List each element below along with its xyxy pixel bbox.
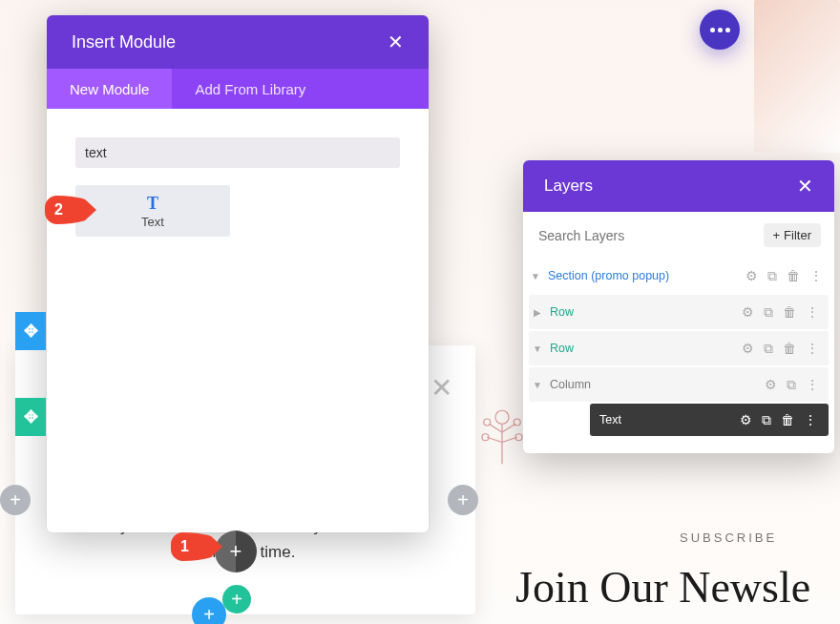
close-icon[interactable]: ✕ [388, 31, 404, 53]
layer-label[interactable]: Row [550, 342, 736, 355]
add-section-button[interactable]: + [192, 597, 226, 624]
close-icon[interactable]: ✕ [430, 372, 452, 404]
layer-row-row[interactable]: ▶ Row ⚙ ⧉ 🗑 ⋮ [529, 295, 829, 329]
section-drag-handle[interactable]: ✥ [15, 312, 46, 350]
layer-label[interactable]: Column [550, 378, 759, 391]
duplicate-icon[interactable]: ⧉ [764, 304, 773, 321]
layers-panel: Layers ✕ + Filter ▼ Section (promo popup… [523, 160, 834, 453]
layer-label[interactable]: Text [599, 413, 734, 426]
callout-number: 1 [180, 538, 189, 555]
duplicate-icon[interactable]: ⧉ [764, 341, 773, 357]
filter-label: Filter [784, 228, 811, 242]
layer-label[interactable]: Section (promo popup) [548, 269, 740, 282]
trash-icon[interactable]: 🗑 [783, 304, 796, 321]
collapse-icon[interactable]: ▼ [531, 380, 544, 390]
collapse-icon[interactable]: ▼ [531, 343, 544, 354]
row-drag-handle[interactable]: ✥ [15, 398, 46, 436]
collapse-icon[interactable]: ▼ [529, 271, 542, 281]
gear-icon[interactable]: ⚙ [740, 412, 752, 428]
dot-icon [718, 28, 723, 32]
add-section-button-left[interactable]: + [0, 485, 31, 515]
layers-title: Layers [544, 177, 593, 196]
insert-module-panel: Insert Module ✕ New Module Add From Libr… [47, 15, 429, 532]
add-module-split-button[interactable]: + [215, 530, 257, 572]
plus-icon: + [773, 228, 781, 242]
kebab-icon[interactable]: ⋮ [809, 268, 823, 284]
tab-new-module[interactable]: New Module [47, 69, 172, 109]
background-product-image [754, 0, 840, 153]
svg-point-2 [514, 419, 520, 426]
svg-point-0 [495, 410, 509, 424]
kebab-icon[interactable]: ⋮ [806, 304, 819, 321]
dot-icon [725, 28, 730, 32]
text-module-icon: T [147, 194, 158, 214]
module-search-input[interactable] [75, 137, 400, 168]
kebab-icon[interactable]: ⋮ [806, 341, 819, 357]
gear-icon[interactable]: ⚙ [742, 341, 754, 357]
add-row-button[interactable]: + [222, 585, 251, 614]
trash-icon[interactable]: 🗑 [783, 341, 796, 357]
trash-icon[interactable]: 🗑 [781, 412, 794, 428]
layer-row-section[interactable]: ▼ Section (promo popup) ⚙ ⧉ 🗑 ⋮ [529, 259, 829, 293]
layers-search-input[interactable] [536, 224, 756, 247]
svg-point-1 [484, 419, 491, 426]
layers-header: Layers ✕ [523, 160, 834, 212]
module-result-text[interactable]: T Text [75, 185, 230, 237]
tab-add-from-library[interactable]: Add From Library [172, 69, 328, 109]
subscribe-section: SUBSCRIBE Join Our Newsle [515, 530, 840, 613]
duplicate-icon[interactable]: ⧉ [767, 268, 777, 284]
layer-label[interactable]: Row [550, 305, 736, 319]
layers-filter-button[interactable]: + Filter [764, 223, 821, 247]
insert-module-tabs: New Module Add From Library [47, 69, 429, 109]
gear-icon[interactable]: ⚙ [765, 377, 777, 393]
close-icon[interactable]: ✕ [797, 175, 813, 198]
kebab-icon[interactable]: ⋮ [804, 412, 817, 428]
add-section-button-right[interactable]: + [448, 485, 478, 515]
flower-decoration-icon [475, 399, 529, 466]
subscribe-headline: Join Our Newsle [515, 562, 840, 613]
gear-icon[interactable]: ⚙ [746, 268, 758, 284]
subscribe-kicker: SUBSCRIBE [680, 530, 840, 545]
page-options-button[interactable] [700, 10, 740, 50]
module-result-label: Text [141, 215, 164, 229]
callout-number: 2 [54, 201, 63, 218]
duplicate-icon[interactable]: ⧉ [762, 412, 771, 428]
move-icon: ✥ [24, 406, 38, 427]
insert-module-title: Insert Module [72, 32, 176, 52]
gear-icon[interactable]: ⚙ [742, 304, 754, 321]
dot-icon [710, 28, 715, 32]
kebab-icon[interactable]: ⋮ [806, 377, 819, 393]
insert-module-header: Insert Module ✕ [47, 15, 429, 69]
layer-row-row[interactable]: ▼ Row ⚙ ⧉ 🗑 ⋮ [529, 331, 829, 365]
layer-row-column[interactable]: ▼ Column ⚙ ⧉ ⋮ [529, 367, 829, 402]
trash-icon[interactable]: 🗑 [787, 268, 800, 284]
move-icon: ✥ [24, 321, 38, 342]
duplicate-icon[interactable]: ⧉ [787, 377, 796, 393]
layer-row-text-module[interactable]: Text ⚙ ⧉ 🗑 ⋮ [590, 404, 829, 436]
expand-icon[interactable]: ▶ [531, 307, 544, 318]
